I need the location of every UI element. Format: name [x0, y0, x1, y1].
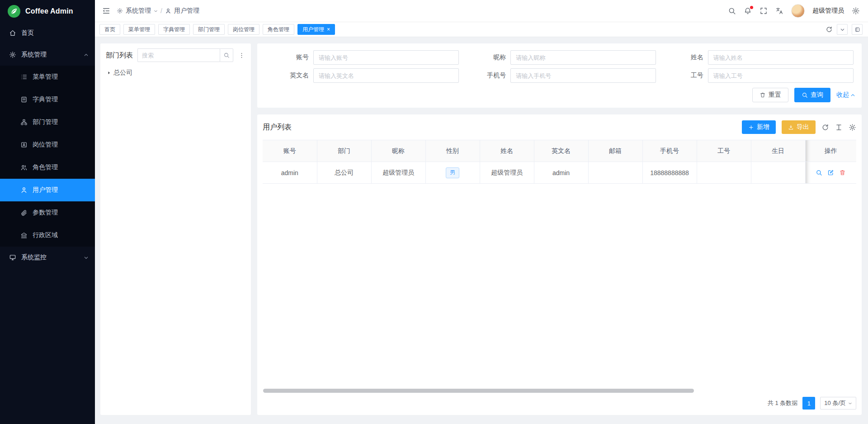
- english-name-input[interactable]: [313, 68, 459, 83]
- sidebar-item-system-monitor[interactable]: 系统监控: [0, 247, 95, 268]
- collapse-toggle[interactable]: 收起: [836, 91, 855, 99]
- sidebar-menu: 首页 系统管理 菜单管理 字典管理 部门管理: [0, 22, 95, 424]
- pagination-total: 共 1 条数据: [768, 399, 797, 407]
- app-root: Coffee Admin 首页 系统管理 菜单管理 字典管理: [0, 0, 868, 424]
- breadcrumb-separator: /: [160, 7, 162, 14]
- search-icon[interactable]: [728, 7, 736, 15]
- tab-dictionary-management[interactable]: 字典管理: [158, 24, 190, 35]
- user-icon: [165, 8, 171, 14]
- users-icon: [20, 164, 28, 171]
- search-icon[interactable]: [220, 48, 233, 62]
- tab-home[interactable]: 首页: [99, 24, 120, 35]
- tab-department-management[interactable]: 部门管理: [193, 24, 225, 35]
- sidebar-item-menu-management[interactable]: 菜单管理: [0, 66, 95, 88]
- refresh-icon[interactable]: [821, 124, 829, 131]
- table-row: admin 总公司 超级管理员 男 超级管理员 admin 1888888888…: [263, 162, 856, 184]
- name-input[interactable]: [708, 50, 854, 65]
- topbar: 系统管理 / 用户管理 超级管理员: [95, 0, 868, 22]
- scrollbar-thumb[interactable]: [263, 389, 694, 393]
- query-label: 查询: [811, 91, 823, 99]
- menu-fold-icon[interactable]: [102, 7, 110, 15]
- add-user-button[interactable]: 新增: [742, 120, 776, 134]
- sidebar-item-user-management[interactable]: 用户管理: [0, 179, 95, 201]
- gear-icon[interactable]: [849, 124, 856, 131]
- chevron-down-icon: [84, 255, 89, 260]
- job-number-input[interactable]: [708, 68, 854, 83]
- edit-icon[interactable]: [827, 169, 834, 176]
- form-item-nickname: 昵称: [461, 50, 658, 65]
- tab-menu-management[interactable]: 菜单管理: [123, 24, 155, 35]
- sidebar-item-home[interactable]: 首页: [0, 22, 95, 44]
- view-icon[interactable]: [816, 169, 822, 176]
- user-name[interactable]: 超级管理员: [812, 7, 844, 15]
- plus-icon: [748, 124, 754, 130]
- phone-input[interactable]: [510, 68, 656, 83]
- form-item-job-number: 工号: [658, 68, 855, 83]
- tab-role-management[interactable]: 角色管理: [263, 24, 294, 35]
- reset-button[interactable]: 重置: [752, 88, 788, 102]
- app-logo: Coffee Admin: [0, 0, 95, 22]
- caret-right-icon[interactable]: [107, 71, 111, 75]
- department-panel-header: 部门列表: [106, 48, 245, 62]
- sidebar-submenu: 菜单管理 字典管理 部门管理 岗位管理 角色管理: [0, 66, 95, 247]
- tree-node-head-office[interactable]: 总公司: [106, 69, 245, 77]
- tabbar: 首页 菜单管理 字典管理 部门管理 岗位管理 角色管理 用户管理 ×: [95, 22, 868, 37]
- dictionary-icon: [20, 96, 28, 103]
- field-label: 手机号: [461, 71, 510, 80]
- cell-account: admin: [263, 162, 317, 184]
- sidebar-item-dictionary-management[interactable]: 字典管理: [0, 88, 95, 111]
- gear-icon: [9, 51, 16, 58]
- tab-user-management[interactable]: 用户管理 ×: [297, 24, 335, 35]
- sidebar-item-label: 菜单管理: [33, 73, 58, 81]
- account-input[interactable]: [313, 50, 459, 65]
- gear-icon: [117, 8, 123, 14]
- table-header-row: 账号 部门 昵称 性别 姓名 英文名 邮箱 手机号 工号 生日: [263, 140, 856, 162]
- main-area: 系统管理 / 用户管理 超级管理员 首页 菜单管理 字典管理 部门管理 岗: [95, 0, 868, 424]
- gender-tag: 男: [446, 167, 459, 178]
- sidebar-item-admin-region[interactable]: 行政区域: [0, 224, 95, 247]
- col-header-department: 部门: [317, 140, 371, 162]
- tab-label: 用户管理: [302, 26, 324, 33]
- main-column: 账号 昵称 姓名 英文名: [257, 43, 862, 415]
- sidebar-item-parameter-management[interactable]: 参数管理: [0, 201, 95, 224]
- sidebar-item-role-management[interactable]: 角色管理: [0, 156, 95, 179]
- sidebar-item-position-management[interactable]: 岗位管理: [0, 133, 95, 156]
- cell-department: 总公司: [317, 162, 371, 184]
- breadcrumb-item-system[interactable]: 系统管理: [126, 7, 151, 15]
- tab-position-management[interactable]: 岗位管理: [228, 24, 259, 35]
- page-size-select[interactable]: 10 条/页: [820, 397, 856, 410]
- tab-actions-dropdown[interactable]: [837, 24, 848, 35]
- col-header-phone: 手机号: [642, 140, 697, 162]
- sidebar-item-system-management[interactable]: 系统管理: [0, 44, 95, 66]
- department-search-input[interactable]: [137, 48, 220, 62]
- row-actions: [806, 169, 857, 176]
- more-options-icon[interactable]: [238, 52, 245, 59]
- export-label: 导出: [797, 123, 809, 131]
- page-button-1[interactable]: 1: [802, 397, 815, 410]
- query-button[interactable]: 查询: [794, 88, 830, 102]
- col-header-nickname: 昵称: [371, 140, 425, 162]
- breadcrumb-item-user[interactable]: 用户管理: [174, 7, 199, 15]
- nickname-input[interactable]: [510, 50, 656, 65]
- reset-label: 重置: [769, 91, 781, 99]
- cell-birthday: [751, 162, 805, 184]
- layout-icon[interactable]: [852, 24, 863, 35]
- column-height-icon[interactable]: [835, 124, 843, 131]
- close-icon[interactable]: ×: [327, 27, 330, 32]
- paperclip-icon: [20, 209, 28, 216]
- fullscreen-icon[interactable]: [760, 7, 768, 15]
- translate-icon[interactable]: [775, 7, 783, 15]
- sidebar-item-label: 岗位管理: [33, 141, 58, 149]
- avatar[interactable]: [791, 4, 805, 18]
- refresh-icon[interactable]: [826, 26, 833, 33]
- chevron-up-icon: [850, 93, 855, 98]
- sidebar-item-department-management[interactable]: 部门管理: [0, 111, 95, 133]
- trash-icon: [760, 92, 766, 98]
- delete-icon[interactable]: [839, 169, 846, 176]
- export-button[interactable]: 导出: [782, 120, 816, 134]
- department-panel: 部门列表 总公司: [100, 43, 251, 415]
- gear-icon[interactable]: [852, 7, 860, 15]
- bell-icon[interactable]: [744, 7, 752, 15]
- breadcrumb: 系统管理 / 用户管理: [117, 7, 199, 15]
- tree-node-label: 总公司: [113, 69, 132, 77]
